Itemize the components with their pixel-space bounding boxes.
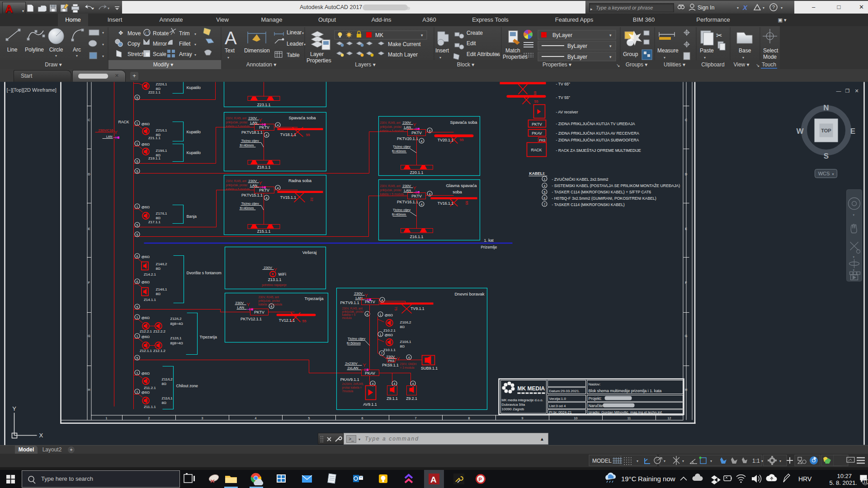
svg-text:WiFi: WiFi <box>278 272 286 277</box>
svg-text:Z23.1.1: Z23.1.1 <box>257 103 271 107</box>
svg-text:Z10.2.1: Z10.2.1 <box>383 328 396 333</box>
svg-text:230V, GNDH: 230V, GNDH <box>400 362 417 366</box>
svg-text:A: A <box>430 475 437 484</box>
svg-text:10: 10 <box>574 417 578 420</box>
svg-text:6: 6 <box>137 255 138 258</box>
svg-text:6: 6 <box>137 280 138 283</box>
svg-text:X: X <box>742 4 748 11</box>
svg-text:230V: 230V <box>249 116 257 120</box>
svg-text:LAN: LAN <box>404 125 411 129</box>
svg-text:230V, RJ45, ant: 230V, RJ45, ant <box>380 184 401 188</box>
svg-text:Z20.1.1: Z20.1.1 <box>410 170 424 175</box>
svg-text:Glavna spavaća: Glavna spavaća <box>446 183 477 188</box>
svg-text:1: 1 <box>137 205 138 208</box>
svg-text:1: 1 <box>137 316 138 319</box>
svg-text:5: 5 <box>137 233 138 236</box>
svg-text:fi=40mm: fi=40mm <box>392 212 406 216</box>
svg-text:5: 5 <box>137 305 138 309</box>
svg-text:4: 4 <box>408 356 410 359</box>
svg-text:4: 4 <box>412 382 414 385</box>
svg-text:PKS: PKS <box>539 139 545 142</box>
svg-text:Linear: Linear <box>287 29 302 36</box>
svg-text:D: D <box>88 173 90 176</box>
svg-text:LAN: LAN <box>404 188 411 192</box>
svg-text:H: H <box>685 388 687 391</box>
svg-text:❐: ❐ <box>845 88 850 94</box>
svg-text:▾: ▾ <box>737 6 739 10</box>
svg-text:65: 65 <box>465 201 469 205</box>
svg-text:- TASKER C114 (MIKROFONSKI KAB: - TASKER C114 (MIKROFONSKI KABEL) + S/FT… <box>552 190 651 194</box>
svg-text:priključak, prolaz: priključak, prolaz <box>226 183 248 187</box>
svg-text:S: S <box>824 152 829 160</box>
svg-text:PKS9.1.1: PKS9.1.1 <box>382 363 399 367</box>
svg-text:Kupatilo: Kupatilo <box>187 130 201 134</box>
svg-text:kabela = 5 modula: kabela = 5 modula <box>380 129 404 132</box>
svg-text:TV16.1.1: TV16.1.1 <box>438 201 453 206</box>
svg-text:4: 4 <box>372 382 374 385</box>
svg-text:- TASKER C114 (MIKROFONSKI KAB: - TASKER C114 (MIKROFONSKI KABEL) <box>552 202 625 207</box>
svg-text:TV20.1.1: TV20.1.1 <box>438 138 453 142</box>
svg-text:4: 4 <box>421 140 423 143</box>
svg-text:Text: Text <box>225 47 235 54</box>
svg-text:10:27: 10:27 <box>837 473 852 479</box>
svg-text:Array: Array <box>179 51 192 57</box>
svg-text:WCS: WCS <box>818 171 830 176</box>
svg-text:▾: ▾ <box>102 54 104 58</box>
svg-text:- ZVUČNIČKI KABEL 2x2.5mm2: - ZVUČNIČKI KABEL 2x2.5mm2 <box>552 177 609 182</box>
svg-text:Group: Group <box>623 51 638 57</box>
svg-text:- AV receiver: - AV receiver <box>556 110 578 114</box>
svg-text:ByLayer: ByLayer <box>567 54 587 60</box>
svg-text:@6Ω: @6Ω <box>385 333 393 337</box>
svg-text:LAN: LAN <box>237 305 245 310</box>
svg-text:TV12.1.1: TV12.1.1 <box>279 318 295 323</box>
svg-text:Leader: Leader <box>287 41 303 47</box>
svg-text:Clipboard: Clipboard <box>701 61 724 68</box>
svg-text:Dubravica 59a: Dubravica 59a <box>502 403 525 407</box>
svg-text:Fillet: Fillet <box>179 41 191 47</box>
svg-text:↘: ↘ <box>616 63 620 68</box>
svg-text:▾: ▾ <box>102 31 104 35</box>
svg-text:230V: 230V <box>354 291 363 296</box>
svg-text:Measure: Measure <box>657 47 679 54</box>
svg-text:@6Ω: @6Ω <box>142 316 150 320</box>
svg-text:1: 1 <box>137 371 138 375</box>
svg-text:6: 6 <box>362 417 363 420</box>
svg-text:View ▾: View ▾ <box>733 61 749 68</box>
svg-text:✥: ✥ <box>118 30 123 36</box>
svg-text:▾: ▾ <box>664 459 665 463</box>
svg-text:230V: 230V <box>403 121 411 125</box>
svg-text:Ticino cijev: Ticino cijev <box>393 145 410 149</box>
svg-text:▾: ▾ <box>55 54 57 58</box>
svg-text:- TV 65": - TV 65" <box>556 82 570 86</box>
svg-text:P: P <box>479 477 482 482</box>
svg-text:4: 4 <box>255 417 257 420</box>
svg-text:Draw ▾: Draw ▾ <box>45 61 61 68</box>
svg-text:F: F <box>88 281 90 284</box>
svg-text:fi=50mm: fi=50mm <box>347 341 361 345</box>
svg-text:Properties ▾: Properties ▾ <box>542 61 571 68</box>
svg-text:Polyline: Polyline <box>25 47 44 53</box>
svg-text:4: 4 <box>277 187 279 190</box>
svg-text:▾: ▾ <box>781 6 783 10</box>
svg-text:PKS: PKS <box>388 359 394 362</box>
svg-text:8||8=4Ω: 8||8=4Ω <box>170 341 183 345</box>
svg-text:2: 2 <box>148 417 150 420</box>
svg-text:5: 5 <box>137 224 138 227</box>
svg-text:▾: ▾ <box>108 6 109 10</box>
svg-text:▾: ▾ <box>92 6 94 10</box>
svg-text:8: 8 <box>468 417 470 420</box>
svg-text:8Ω: 8Ω <box>156 292 160 296</box>
svg-text:priključak, prolaz: priključak, prolaz <box>380 125 402 129</box>
svg-text:PKTV20.1.1: PKTV20.1.1 <box>397 136 418 141</box>
svg-text:7modula: 7modula <box>342 389 354 393</box>
svg-text:- RACK ZA SMJEŠTAJ OPREME MULT: - RACK ZA SMJEŠTAJ OPREME MULTIMEDIJE <box>556 148 642 153</box>
svg-text:230V, RJ45, ant: 230V, RJ45, ant <box>226 179 246 183</box>
svg-text:Izradio: Gordan Mihovilić, ma: Izradio: Gordan Mihovilić, mag.ing.el.te… <box>589 410 663 414</box>
svg-text:1: 1 <box>380 333 382 336</box>
svg-text:Z10/L2: Z10/L2 <box>400 320 411 324</box>
svg-text:7: 7 <box>381 352 383 355</box>
svg-text:Line: Line <box>7 47 18 53</box>
svg-text:1. kat: 1. kat <box>484 238 494 243</box>
svg-text:7: 7 <box>415 417 417 420</box>
svg-text:230V, RJ45, ant: 230V, RJ45, ant <box>342 307 363 310</box>
